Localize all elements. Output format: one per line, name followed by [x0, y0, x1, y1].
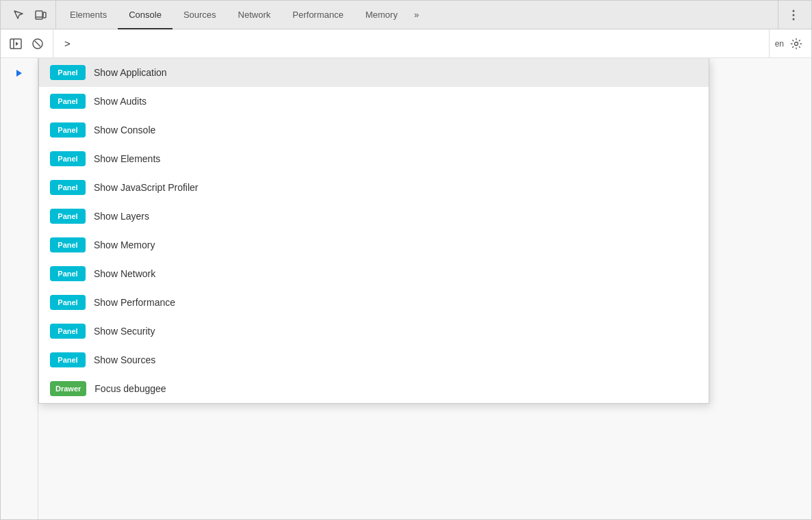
more-actions-button[interactable] [784, 5, 803, 25]
dropdown-item-label: Show Performance [94, 297, 175, 308]
dropdown-item-label: Show Sources [94, 354, 155, 365]
tab-network[interactable]: Network [227, 1, 282, 29]
dropdown-item-label: Show Security [94, 326, 155, 337]
main-content: PanelShow ApplicationPanelShow AuditsPan… [1, 58, 811, 519]
dropdown-item[interactable]: PanelShow JavaScript Profiler [39, 173, 709, 202]
second-bar: > en [1, 29, 811, 58]
dropdown-item-label: Show Layers [94, 211, 149, 222]
dropdown-item-label: Focus debuggee [94, 383, 166, 394]
dropdown-item[interactable]: PanelShow Console [39, 116, 709, 144]
dropdown-item-label: Show Audits [94, 96, 147, 107]
svg-marker-8 [16, 42, 18, 46]
tab-bar-left-icons [3, 1, 56, 29]
settings-button[interactable] [787, 34, 806, 53]
tab-performance[interactable]: Performance [281, 1, 354, 29]
dropdown-item[interactable]: PanelShow Performance [39, 288, 709, 317]
second-bar-right: en [769, 29, 806, 57]
dropdown-overlay: PanelShow ApplicationPanelShow AuditsPan… [38, 58, 811, 519]
svg-marker-12 [16, 70, 22, 77]
more-tabs-button[interactable]: » [409, 1, 424, 29]
dropdown-item[interactable]: DrawerFocus debuggee [39, 374, 709, 403]
tab-console[interactable]: Console [118, 1, 173, 29]
dropdown-item[interactable]: PanelShow Application [39, 58, 709, 87]
svg-point-5 [793, 18, 795, 20]
badge-panel: Panel [50, 209, 86, 224]
dropdown-item[interactable]: PanelShow Memory [39, 231, 709, 259]
badge-panel: Panel [50, 295, 86, 310]
devtools-window: Elements Console Sources Network Perform… [0, 0, 812, 520]
device-toggle-button[interactable] [31, 5, 50, 25]
left-sidebar [1, 58, 38, 519]
tab-bar: Elements Console Sources Network Perform… [1, 1, 811, 29]
left-panel-toggle-button[interactable] [6, 34, 25, 53]
dropdown-item-label: Show Console [94, 125, 155, 135]
svg-line-10 [35, 41, 40, 47]
console-filter-label: en [775, 39, 784, 49]
dropdown-item-label: Show Application [94, 67, 167, 78]
svg-point-3 [793, 10, 795, 12]
dropdown-item[interactable]: PanelShow Layers [39, 202, 709, 231]
badge-panel: Panel [50, 352, 86, 367]
command-menu-dropdown: PanelShow ApplicationPanelShow AuditsPan… [38, 58, 709, 404]
dropdown-item[interactable]: PanelShow Audits [39, 87, 709, 116]
svg-point-4 [793, 14, 795, 16]
badge-panel: Panel [50, 65, 86, 80]
badge-panel: Panel [50, 122, 86, 138]
dropdown-item-label: Show Memory [94, 239, 155, 250]
second-bar-left [6, 29, 53, 57]
svg-rect-1 [43, 12, 46, 18]
badge-panel: Panel [50, 180, 86, 195]
inspect-icon-button[interactable] [9, 5, 28, 25]
dropdown-item[interactable]: PanelShow Sources [39, 346, 709, 374]
dropdown-item-label: Show JavaScript Profiler [94, 182, 199, 193]
tab-sources[interactable]: Sources [173, 1, 227, 29]
dropdown-item-label: Show Elements [94, 153, 160, 164]
dropdown-item[interactable]: PanelShow Network [39, 259, 709, 288]
dropdown-item[interactable]: PanelShow Elements [39, 144, 709, 173]
badge-drawer: Drawer [50, 381, 86, 396]
dropdown-item-label: Show Network [94, 268, 155, 279]
badge-panel: Panel [50, 237, 86, 252]
badge-panel: Panel [50, 151, 86, 166]
dropdown-item[interactable]: PanelShow Security [39, 317, 709, 346]
tab-memory[interactable]: Memory [355, 1, 409, 29]
prompt-symbol: > [64, 38, 71, 49]
svg-point-11 [795, 42, 798, 45]
badge-panel: Panel [50, 266, 86, 281]
console-input-area[interactable]: > [59, 38, 763, 49]
badge-panel: Panel [50, 324, 86, 339]
badge-panel: Panel [50, 94, 86, 109]
tab-elements[interactable]: Elements [59, 1, 118, 29]
expand-arrow-button[interactable] [10, 64, 29, 83]
svg-rect-0 [36, 11, 42, 19]
clear-console-button[interactable] [28, 34, 47, 53]
tab-right-icons [778, 1, 809, 29]
tab-list: Elements Console Sources Network Perform… [56, 1, 778, 29]
